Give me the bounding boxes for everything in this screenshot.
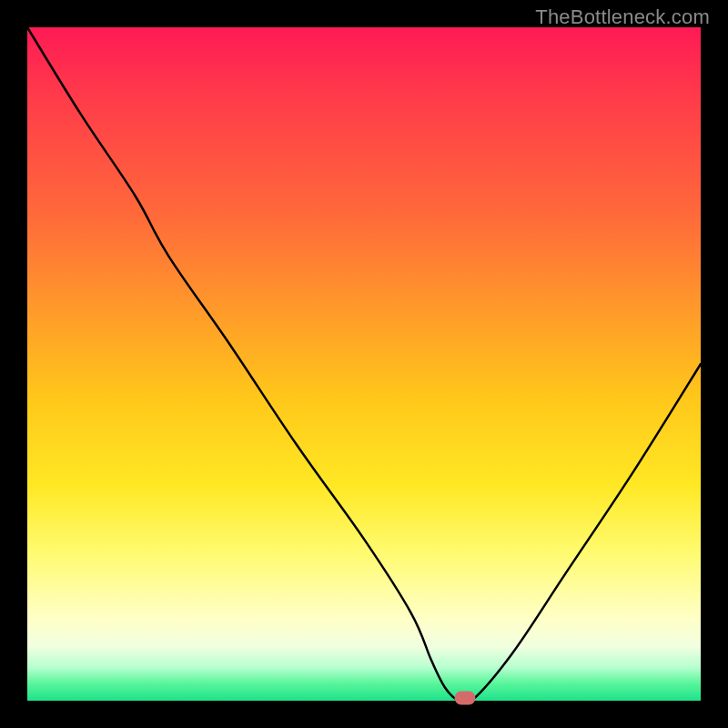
optimal-marker: [455, 692, 476, 705]
watermark-text: TheBottleneck.com: [535, 5, 710, 29]
bottleneck-curve: [27, 27, 701, 701]
chart-frame: TheBottleneck.com: [0, 0, 728, 728]
plot-area: [27, 27, 701, 701]
